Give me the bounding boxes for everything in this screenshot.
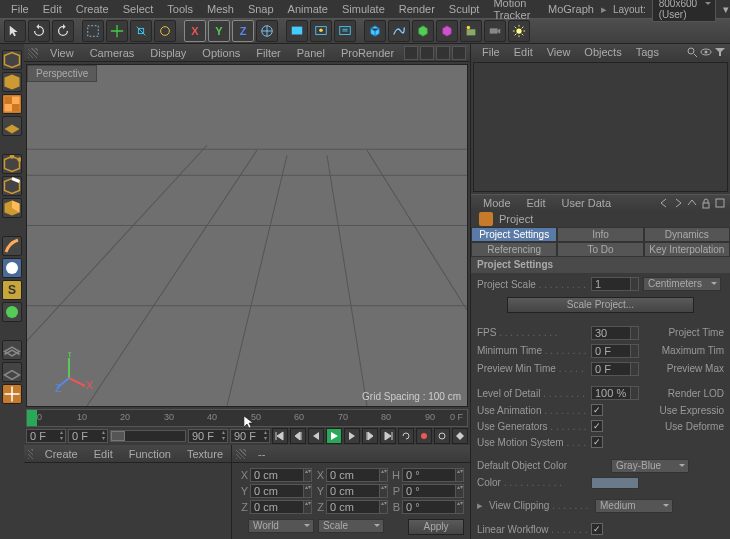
project-scale-field[interactable]: 1 — [591, 277, 639, 291]
menu-select[interactable]: Select — [116, 1, 161, 17]
scale-tool-icon[interactable] — [130, 20, 152, 42]
planar-workplane-icon[interactable] — [2, 362, 22, 382]
goto-end-icon[interactable] — [380, 428, 396, 444]
grip-icon[interactable] — [236, 449, 246, 459]
vmenu-options[interactable]: Options — [194, 45, 248, 61]
tweak-icon[interactable] — [2, 236, 22, 256]
obj-file[interactable]: File — [475, 44, 507, 60]
tab-info[interactable]: Info — [557, 227, 643, 242]
linear-workflow-checkbox[interactable] — [591, 523, 603, 535]
eye-icon[interactable] — [700, 46, 712, 58]
light-icon[interactable] — [508, 20, 530, 42]
use-generators-checkbox[interactable] — [591, 420, 603, 432]
p-field[interactable]: 0 °▴▾ — [402, 484, 464, 498]
x-size-field[interactable]: 0 cm▴▾ — [326, 468, 388, 482]
current-frame-field[interactable]: 0 F▴▾ — [68, 429, 108, 443]
deformer-icon[interactable] — [436, 20, 458, 42]
goto-start-icon[interactable] — [272, 428, 288, 444]
undo-icon[interactable] — [28, 20, 50, 42]
y-size-field[interactable]: 0 cm▴▾ — [326, 484, 388, 498]
perspective-viewport[interactable]: Perspective Y X — [26, 64, 468, 407]
mat-create[interactable]: Create — [37, 446, 86, 462]
tab-todo[interactable]: To Do — [557, 242, 643, 257]
prev-key-icon[interactable] — [290, 428, 306, 444]
record-icon[interactable] — [416, 428, 432, 444]
menu-mograph[interactable]: MoGraph — [541, 1, 601, 17]
move-tool-icon[interactable] — [106, 20, 128, 42]
obj-view[interactable]: View — [540, 44, 578, 60]
attr-userdata[interactable]: User Data — [554, 195, 620, 211]
layout-dropdown[interactable]: 800x600 (User) — [652, 0, 716, 22]
locked-workplane-icon[interactable] — [2, 340, 22, 360]
edges-mode-icon[interactable] — [2, 176, 22, 196]
menu-render[interactable]: Render — [392, 1, 442, 17]
search-icon[interactable] — [686, 46, 698, 58]
new-window-icon[interactable] — [714, 197, 726, 209]
color-swatch[interactable] — [591, 477, 639, 489]
coord-space-dropdown[interactable]: World — [248, 519, 314, 533]
next-key-icon[interactable] — [362, 428, 378, 444]
preview-min-field[interactable]: 0 F — [591, 362, 639, 376]
coord-system-icon[interactable] — [256, 20, 278, 42]
start-frame-field[interactable]: 0 F▴▾ — [26, 429, 66, 443]
attr-edit[interactable]: Edit — [519, 195, 554, 211]
menu-sculpt[interactable]: Sculpt — [442, 1, 487, 17]
axis-z-icon[interactable]: Z — [232, 20, 254, 42]
viewport-nav3-icon[interactable] — [436, 46, 450, 60]
x-pos-field[interactable]: 0 cm▴▾ — [250, 468, 312, 482]
render-settings-icon[interactable] — [334, 20, 356, 42]
obj-tags[interactable]: Tags — [629, 44, 666, 60]
cube-primitive-icon[interactable] — [364, 20, 386, 42]
menu-simulate[interactable]: Simulate — [335, 1, 392, 17]
mat-function[interactable]: Function — [121, 446, 179, 462]
scale-project-button[interactable]: Scale Project... — [507, 297, 694, 313]
prev-frame-icon[interactable] — [308, 428, 324, 444]
menu-animate[interactable]: Animate — [281, 1, 335, 17]
viewport-nav1-icon[interactable] — [404, 46, 418, 60]
view-clipping-dropdown[interactable]: Medium — [595, 499, 673, 513]
vmenu-view[interactable]: View — [42, 45, 82, 61]
timeline-playhead[interactable] — [27, 410, 37, 426]
viewport-nav4-icon[interactable] — [452, 46, 466, 60]
nav-back-icon[interactable] — [658, 197, 670, 209]
generator-icon[interactable] — [412, 20, 434, 42]
tab-project-settings[interactable]: Project Settings — [471, 227, 557, 242]
autokey-icon[interactable] — [434, 428, 450, 444]
z-size-field[interactable]: 0 cm▴▾ — [326, 500, 388, 514]
snap-icon[interactable]: S — [2, 280, 22, 300]
fps-field[interactable]: 30 — [591, 326, 639, 340]
filter-icon[interactable] — [714, 46, 726, 58]
h-field[interactable]: 0 °▴▾ — [402, 468, 464, 482]
lod-field[interactable]: 100 % — [591, 386, 639, 400]
object-manager[interactable] — [471, 60, 730, 194]
nav-fwd-icon[interactable] — [672, 197, 684, 209]
render-view-icon[interactable] — [286, 20, 308, 42]
layout-expand-icon[interactable]: ▾ — [722, 2, 730, 16]
render-pv-icon[interactable] — [310, 20, 332, 42]
spline-icon[interactable] — [388, 20, 410, 42]
timeline-range-slider[interactable] — [110, 430, 186, 442]
viewport-nav2-icon[interactable] — [420, 46, 434, 60]
menu-tools[interactable]: Tools — [160, 1, 200, 17]
tab-referencing[interactable]: Referencing — [471, 242, 557, 257]
next-frame-icon[interactable] — [344, 428, 360, 444]
length-frame-field[interactable]: 90 F▴▾ — [230, 429, 270, 443]
menu-mesh[interactable]: Mesh — [200, 1, 241, 17]
model-mode-icon[interactable] — [2, 72, 22, 92]
project-scale-unit-dropdown[interactable]: Centimeters — [643, 277, 721, 291]
points-mode-icon[interactable] — [2, 154, 22, 174]
y-pos-field[interactable]: 0 cm▴▾ — [250, 484, 312, 498]
menu-snap[interactable]: Snap — [241, 1, 281, 17]
redo-icon[interactable] — [52, 20, 74, 42]
select-tool-icon[interactable] — [82, 20, 104, 42]
vmenu-filter[interactable]: Filter — [248, 45, 288, 61]
menu-file[interactable]: File — [4, 1, 36, 17]
vmenu-display[interactable]: Display — [142, 45, 194, 61]
use-animation-checkbox[interactable] — [591, 404, 603, 416]
mat-edit[interactable]: Edit — [86, 446, 121, 462]
expand-arrow-icon[interactable]: ▸ — [477, 499, 485, 512]
coord-mode-dropdown[interactable]: Scale — [318, 519, 384, 533]
b-field[interactable]: 0 °▴▾ — [402, 500, 464, 514]
end-frame-field[interactable]: 90 F▴▾ — [188, 429, 228, 443]
polygons-mode-icon[interactable] — [2, 198, 22, 218]
